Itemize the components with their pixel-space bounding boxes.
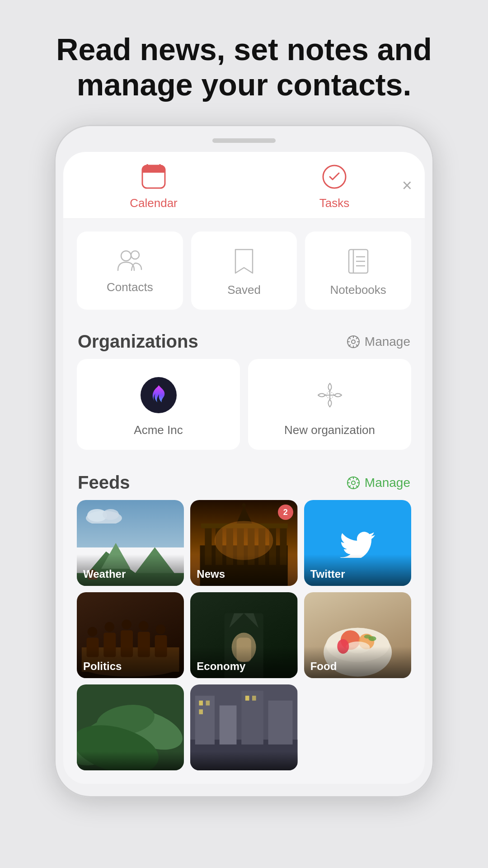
- saved-label: Saved: [227, 283, 261, 297]
- feeds-manage[interactable]: Manage: [347, 476, 410, 490]
- svg-line-25: [330, 391, 334, 395]
- acme-logo: [141, 377, 177, 413]
- svg-rect-105: [245, 696, 249, 701]
- svg-line-35: [349, 478, 350, 480]
- notebooks-card[interactable]: Notebooks: [305, 231, 411, 310]
- contacts-icon: [116, 248, 143, 272]
- svg-line-21: [356, 337, 357, 339]
- svg-point-60: [242, 504, 246, 508]
- economy-label-bar: Economy: [190, 646, 297, 678]
- svg-line-20: [356, 344, 357, 346]
- svg-line-37: [356, 478, 357, 480]
- svg-rect-98: [195, 696, 215, 745]
- news-badge: 2: [278, 505, 293, 520]
- food-label: Food: [310, 660, 337, 672]
- svg-line-22: [349, 344, 350, 346]
- politics-label: Politics: [83, 660, 122, 672]
- quick-access-grid: Contacts Saved: [63, 219, 425, 322]
- feeds-header: Feeds Manage: [63, 463, 425, 500]
- svg-rect-103: [206, 701, 210, 706]
- tab-calendar[interactable]: Calendar: [63, 152, 244, 218]
- svg-point-73: [139, 621, 149, 631]
- new-org-name: New organization: [284, 423, 375, 437]
- svg-rect-99: [220, 706, 237, 745]
- weather-label-bar: Weather: [77, 554, 184, 586]
- svg-point-71: [104, 622, 114, 632]
- feed-economy[interactable]: Economy: [190, 592, 297, 678]
- app-screen: Calendar Tasks ×: [63, 152, 425, 784]
- svg-point-70: [88, 627, 98, 637]
- svg-rect-102: [199, 701, 203, 706]
- twitter-label-bar: Twitter: [304, 554, 411, 586]
- news-label: News: [197, 568, 225, 580]
- svg-point-30: [352, 481, 355, 485]
- plant-label-bar: [77, 751, 184, 770]
- svg-point-41: [103, 509, 119, 520]
- economy-label: Economy: [197, 660, 245, 672]
- tasks-label: Tasks: [319, 196, 349, 210]
- svg-point-7: [131, 251, 139, 259]
- svg-point-89: [364, 635, 371, 639]
- org-acme-card[interactable]: Acme Inc: [77, 359, 240, 450]
- svg-line-36: [356, 486, 357, 487]
- feeds-section: Feeds Manage: [63, 459, 425, 770]
- twitter-label: Twitter: [310, 568, 345, 580]
- svg-point-14: [352, 340, 355, 344]
- new-org-icon: [312, 377, 348, 413]
- weather-label: Weather: [83, 568, 126, 580]
- politics-label-bar: Politics: [77, 646, 184, 678]
- tasks-icon: [319, 162, 349, 192]
- calendar-icon: [139, 162, 169, 192]
- tab-tasks[interactable]: Tasks: [244, 152, 425, 218]
- calendar-label: Calendar: [130, 196, 178, 210]
- phone-notch: [212, 138, 276, 143]
- feed-politics[interactable]: Politics: [77, 592, 184, 678]
- close-button[interactable]: ×: [402, 177, 412, 194]
- svg-point-72: [122, 620, 131, 630]
- street-label-bar: [190, 751, 297, 770]
- svg-rect-106: [252, 696, 256, 701]
- feed-food[interactable]: Food: [304, 592, 411, 678]
- svg-line-28: [325, 391, 330, 395]
- organizations-header: Organizations Manage: [63, 322, 425, 359]
- new-org-card[interactable]: New organization: [248, 359, 411, 450]
- svg-line-19: [349, 337, 350, 339]
- svg-rect-2: [142, 169, 165, 173]
- feed-weather[interactable]: Weather: [77, 500, 184, 586]
- svg-point-6: [121, 251, 131, 261]
- svg-rect-101: [268, 701, 293, 745]
- svg-line-27: [325, 395, 330, 400]
- organizations-title: Organizations: [78, 331, 198, 352]
- news-label-bar: News: [190, 554, 297, 586]
- svg-rect-104: [199, 709, 203, 714]
- feeds-title: Feeds: [78, 472, 130, 493]
- acme-name: Acme Inc: [134, 423, 183, 437]
- food-label-bar: Food: [304, 646, 411, 678]
- notebooks-icon: [347, 248, 370, 275]
- svg-point-74: [156, 625, 166, 635]
- feed-plant[interactable]: [77, 684, 184, 770]
- contacts-label: Contacts: [107, 280, 153, 294]
- feed-twitter[interactable]: Twitter: [304, 500, 411, 586]
- twitter-bird-icon: [339, 528, 375, 558]
- phone-frame: Calendar Tasks ×: [54, 125, 434, 797]
- contacts-card[interactable]: Contacts: [77, 231, 183, 310]
- organizations-manage[interactable]: Manage: [347, 335, 410, 349]
- saved-icon: [234, 248, 254, 275]
- feeds-manage-label: Manage: [365, 476, 410, 490]
- organizations-manage-label: Manage: [365, 335, 410, 349]
- saved-card[interactable]: Saved: [191, 231, 297, 310]
- top-tabs: Calendar Tasks ×: [63, 152, 425, 219]
- notebooks-label: Notebooks: [330, 283, 386, 297]
- organizations-row: Acme Inc: [63, 359, 425, 459]
- svg-line-38: [349, 486, 350, 487]
- feed-street[interactable]: [190, 684, 297, 770]
- feeds-grid: Weather: [63, 500, 425, 770]
- page-title: Read news, set notes and manage your con…: [0, 0, 488, 125]
- svg-line-26: [330, 395, 334, 400]
- feed-news[interactable]: News 2: [190, 500, 297, 586]
